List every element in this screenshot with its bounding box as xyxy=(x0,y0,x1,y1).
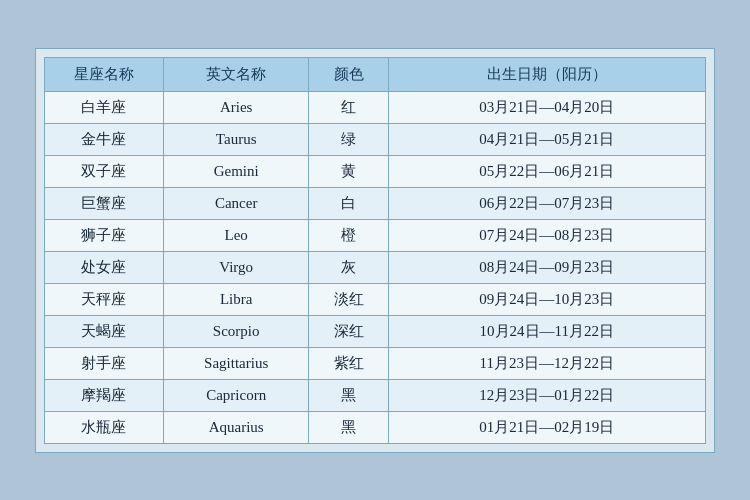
cell-color: 橙 xyxy=(309,219,388,251)
cell-chinese-name: 白羊座 xyxy=(45,91,164,123)
cell-dates: 11月23日—12月22日 xyxy=(388,347,705,379)
table-row: 天蝎座Scorpio深红10月24日—11月22日 xyxy=(45,315,706,347)
cell-chinese-name: 摩羯座 xyxy=(45,379,164,411)
table-row: 白羊座Aries红03月21日—04月20日 xyxy=(45,91,706,123)
cell-dates: 04月21日—05月21日 xyxy=(388,123,705,155)
cell-color: 灰 xyxy=(309,251,388,283)
cell-color: 黑 xyxy=(309,411,388,443)
cell-dates: 08月24日—09月23日 xyxy=(388,251,705,283)
cell-dates: 07月24日—08月23日 xyxy=(388,219,705,251)
zodiac-table-container: 星座名称 英文名称 颜色 出生日期（阳历） 白羊座Aries红03月21日—04… xyxy=(35,48,715,453)
cell-chinese-name: 巨蟹座 xyxy=(45,187,164,219)
cell-color: 淡红 xyxy=(309,283,388,315)
cell-chinese-name: 射手座 xyxy=(45,347,164,379)
cell-english-name: Libra xyxy=(163,283,308,315)
cell-english-name: Taurus xyxy=(163,123,308,155)
cell-chinese-name: 天蝎座 xyxy=(45,315,164,347)
cell-chinese-name: 处女座 xyxy=(45,251,164,283)
header-english-name: 英文名称 xyxy=(163,57,308,91)
cell-color: 黑 xyxy=(309,379,388,411)
cell-color: 深红 xyxy=(309,315,388,347)
cell-color: 白 xyxy=(309,187,388,219)
cell-english-name: Capricorn xyxy=(163,379,308,411)
cell-english-name: Aquarius xyxy=(163,411,308,443)
table-row: 射手座Sagittarius紫红11月23日—12月22日 xyxy=(45,347,706,379)
table-row: 狮子座Leo橙07月24日—08月23日 xyxy=(45,219,706,251)
cell-dates: 01月21日—02月19日 xyxy=(388,411,705,443)
cell-dates: 10月24日—11月22日 xyxy=(388,315,705,347)
table-row: 双子座Gemini黄05月22日—06月21日 xyxy=(45,155,706,187)
header-color: 颜色 xyxy=(309,57,388,91)
table-header-row: 星座名称 英文名称 颜色 出生日期（阳历） xyxy=(45,57,706,91)
cell-dates: 09月24日—10月23日 xyxy=(388,283,705,315)
cell-chinese-name: 金牛座 xyxy=(45,123,164,155)
cell-english-name: Scorpio xyxy=(163,315,308,347)
cell-dates: 06月22日—07月23日 xyxy=(388,187,705,219)
cell-english-name: Cancer xyxy=(163,187,308,219)
cell-english-name: Sagittarius xyxy=(163,347,308,379)
table-row: 摩羯座Capricorn黑12月23日—01月22日 xyxy=(45,379,706,411)
table-row: 天秤座Libra淡红09月24日—10月23日 xyxy=(45,283,706,315)
header-chinese-name: 星座名称 xyxy=(45,57,164,91)
cell-english-name: Virgo xyxy=(163,251,308,283)
cell-english-name: Aries xyxy=(163,91,308,123)
table-row: 巨蟹座Cancer白06月22日—07月23日 xyxy=(45,187,706,219)
cell-dates: 05月22日—06月21日 xyxy=(388,155,705,187)
table-row: 金牛座Taurus绿04月21日—05月21日 xyxy=(45,123,706,155)
cell-color: 红 xyxy=(309,91,388,123)
cell-english-name: Leo xyxy=(163,219,308,251)
cell-chinese-name: 双子座 xyxy=(45,155,164,187)
cell-dates: 12月23日—01月22日 xyxy=(388,379,705,411)
header-date: 出生日期（阳历） xyxy=(388,57,705,91)
zodiac-table: 星座名称 英文名称 颜色 出生日期（阳历） 白羊座Aries红03月21日—04… xyxy=(44,57,706,444)
cell-chinese-name: 水瓶座 xyxy=(45,411,164,443)
cell-english-name: Gemini xyxy=(163,155,308,187)
cell-chinese-name: 狮子座 xyxy=(45,219,164,251)
cell-color: 绿 xyxy=(309,123,388,155)
cell-chinese-name: 天秤座 xyxy=(45,283,164,315)
cell-color: 紫红 xyxy=(309,347,388,379)
table-row: 处女座Virgo灰08月24日—09月23日 xyxy=(45,251,706,283)
cell-dates: 03月21日—04月20日 xyxy=(388,91,705,123)
cell-color: 黄 xyxy=(309,155,388,187)
table-row: 水瓶座Aquarius黑01月21日—02月19日 xyxy=(45,411,706,443)
